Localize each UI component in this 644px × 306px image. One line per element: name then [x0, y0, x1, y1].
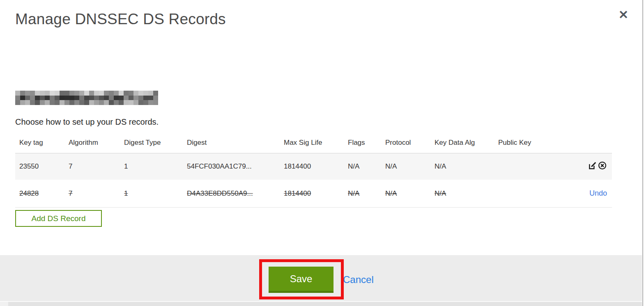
- cancel-link[interactable]: Cancel: [343, 274, 374, 285]
- cell-flags: N/A: [344, 153, 381, 180]
- edit-icon[interactable]: [588, 161, 597, 172]
- window-right-border: [642, 0, 643, 306]
- cell-key-data-alg: N/A: [430, 180, 494, 208]
- add-ds-record-button[interactable]: Add DS Record: [15, 210, 102, 227]
- cell-max-sig-life: 1814400: [280, 153, 344, 180]
- cell-public-key: [494, 153, 563, 180]
- cell-key-data-alg: N/A: [430, 153, 494, 180]
- ds-record-row-deleted: 24828 7 1 D4A33E8DD550A9... 1814400 N/A …: [15, 180, 612, 208]
- col-public-key: Public Key: [494, 135, 563, 153]
- cell-flags: N/A: [344, 180, 381, 208]
- cell-algorithm: 7: [64, 153, 120, 180]
- col-actions: [563, 135, 612, 153]
- save-button[interactable]: Save: [269, 267, 334, 293]
- cell-protocol: N/A: [381, 180, 430, 208]
- manage-dnssec-modal: Manage DNSSEC DS Records ✕ Choose how to…: [0, 0, 644, 306]
- page-title: Manage DNSSEC DS Records: [15, 11, 226, 28]
- background-page-edge: [0, 301, 642, 306]
- cell-digest-type: 1: [120, 180, 183, 208]
- cell-public-key: [494, 180, 563, 208]
- col-algorithm: Algorithm: [64, 135, 120, 153]
- row-actions: Undo: [563, 180, 612, 208]
- col-digest-type: Digest Type: [120, 135, 183, 153]
- col-max-sig-life: Max Sig Life: [280, 135, 344, 153]
- cell-key-tag: 24828: [15, 180, 64, 208]
- col-digest: Digest: [183, 135, 280, 153]
- intro-text: Choose how to set up your DS records.: [15, 117, 159, 127]
- close-icon[interactable]: ✕: [616, 7, 631, 22]
- row-actions: [563, 153, 612, 180]
- cell-digest-type: 1: [120, 153, 183, 180]
- col-protocol: Protocol: [381, 135, 430, 153]
- cell-protocol: N/A: [381, 153, 430, 180]
- cell-algorithm: 7: [64, 180, 120, 208]
- col-key-data-alg: Key Data Alg: [430, 135, 494, 153]
- undo-link[interactable]: Undo: [589, 189, 607, 197]
- redacted-domain: [15, 91, 158, 105]
- table-header-row: Key tag Algorithm Digest Type Digest Max…: [15, 135, 612, 153]
- col-key-tag: Key tag: [15, 135, 64, 153]
- cell-max-sig-life: 1814400: [280, 180, 344, 208]
- cell-digest: 54FCF030AA1C79...: [183, 153, 280, 180]
- delete-icon[interactable]: [598, 161, 607, 172]
- cell-key-tag: 23550: [15, 153, 64, 180]
- ds-record-row: 23550 7 1 54FCF030AA1C79... 1814400 N/A …: [15, 153, 612, 180]
- col-flags: Flags: [344, 135, 381, 153]
- cell-digest: D4A33E8DD550A9...: [183, 180, 280, 208]
- ds-records-table: Key tag Algorithm Digest Type Digest Max…: [15, 135, 612, 208]
